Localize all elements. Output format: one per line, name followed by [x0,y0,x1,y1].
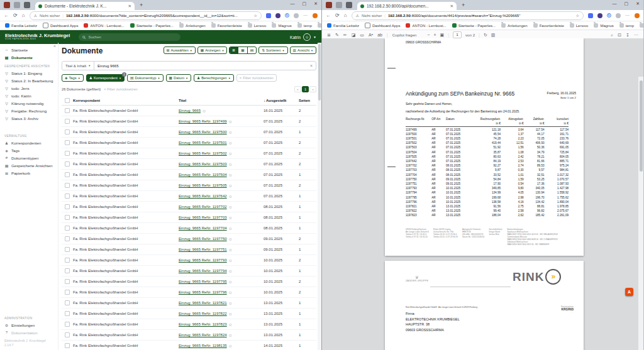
home-icon[interactable]: ⌂ [344,13,347,18]
preview-eye-icon[interactable]: ⊙ [229,248,232,252]
document-link[interactable]: Einzug: 9665 ReNr. 1197500 [179,130,227,134]
extension-icon[interactable] [588,13,593,18]
print-icon[interactable]: ⊡ [618,33,621,38]
document-link[interactable]: Einzug: 9665 ReNr. 1197824 [179,333,227,337]
pen-icon[interactable]: ✎ [335,33,339,38]
bookmark-item[interactable]: Magnus [272,23,291,28]
bookmark-item[interactable]: temp [619,23,634,28]
text-select-icon[interactable]: ab [377,33,382,37]
show-button[interactable]: ▦Anzeigen▼ [197,46,228,54]
window-minimize-button[interactable]: — [613,1,617,6]
reset-filter-button[interactable]: ×Filter zurücksetzen [236,74,277,82]
eraser-icon[interactable]: ◪ [352,33,356,38]
row-checkbox[interactable] [65,151,70,156]
row-checkbox[interactable] [65,161,70,167]
preview-eye-icon[interactable]: ⊙ [229,173,232,177]
bookmark-item[interactable]: Dashboard Apps [43,23,78,28]
document-link[interactable]: Einzug: 9665 ReNr. 1197795 [179,280,227,283]
row-checkbox[interactable] [65,300,70,305]
view-button[interactable]: ▥Ansicht▼ [290,46,316,54]
window-maximize-button[interactable]: ▢ [303,1,307,6]
sort-button[interactable]: ⇅Sortieren▼ [258,46,287,54]
window-close-button[interactable]: ✕ [636,1,640,6]
sidebar-manage-item[interactable]: ♟ Korrespondenten [0,139,58,146]
search-field-dropdown[interactable]: Titel & Inhalt▼ [62,62,94,70]
preview-eye-icon[interactable]: ⊙ [229,237,232,241]
tab-list-icon[interactable] [24,2,30,8]
bookmark-item[interactable]: ANTON - Lernkost... [406,23,446,28]
refresh-icon[interactable]: ⟳ [13,13,18,18]
doctype-filter-button[interactable]: ▤Dokumenttyp▼ [127,74,164,82]
bookmark-item[interactable]: Anleitungen [501,23,528,28]
document-link[interactable]: Einzug: 9665 ReNr. 1197793 [179,258,227,262]
browser-menu-icon[interactable] [4,2,10,8]
document-link[interactable]: Einzug: 9665 ReNr. 1197822 [179,312,227,315]
search-query-input[interactable]: Einzug 9665 [94,64,307,68]
extension-icon[interactable] [266,13,271,18]
row-checkbox[interactable] [65,119,70,124]
zoom-in-button[interactable]: + [433,33,436,37]
workspace-icon[interactable] [336,2,342,8]
row-checkbox[interactable] [65,268,70,273]
bookmark-item[interactable]: Startseite - Paperles... [452,23,496,28]
profile-avatar[interactable] [635,13,640,18]
document-link[interactable]: Einzug: 9665 ReNr. 1197704 [179,226,227,230]
read-aloud-icon[interactable]: Aᵃ [369,33,373,37]
tab-close-icon[interactable]: ✕ [450,4,453,9]
row-checkbox[interactable] [65,322,70,327]
thumbnails-icon[interactable]: ≣ [327,33,331,38]
scrollbar[interactable] [638,77,643,350]
preview-eye-icon[interactable]: ⊙ [229,333,232,337]
sidebar-item-einstellungen[interactable]: ⚙ Einstellungen [0,321,58,329]
permissions-filter-button[interactable]: ♟Berechtigungen▼ [194,74,234,82]
select-all-checkbox[interactable] [65,98,70,103]
fit-page-icon[interactable]: ▣ [440,33,445,38]
preview-eye-icon[interactable]: ⊙ [229,322,232,327]
header-titel[interactable]: Titel [179,99,264,102]
header-seiten[interactable]: Seiten [299,99,316,102]
sidebar-saved-view[interactable]: ▽ Status 1: Eingang [0,69,58,77]
document-link[interactable]: Einzug: 9665 ReNr. 1197504 [179,173,227,177]
scrollbar-thumb[interactable] [318,44,321,101]
bookmark-item[interactable]: Magnus [594,23,613,28]
favorite-star-icon[interactable]: ☆ [575,13,579,18]
scrollbar[interactable] [318,43,321,350]
sidebar-saved-view[interactable]: ▽ Status 3: Archiv [0,114,58,122]
sidebar-manage-item[interactable]: ⊠ Papierkorb [0,169,58,177]
correspondent-filter-button[interactable]: ♟Korrespondent▼1 [86,74,125,82]
global-search-input[interactable]: ⚲ Suchen [79,33,180,41]
copilot-button[interactable]: Copilot fragen [392,33,417,37]
bookmark-item[interactable]: Favoritenleiste [533,23,564,28]
preview-eye-icon[interactable]: ⊙ [229,290,232,295]
page-prev-button[interactable]: « [294,86,301,92]
date-filter-button[interactable]: ▦Datum▼ [166,74,192,82]
extension-icon[interactable] [294,13,299,18]
save-icon[interactable]: ↧ [626,33,630,38]
sidebar-saved-view[interactable]: ▽ todo: Jens [0,84,58,92]
tab-close-icon[interactable]: ✕ [128,4,131,9]
row-checkbox[interactable] [65,172,70,177]
document-link[interactable]: Einzug: 9665 ReNr. 1197501 [179,141,227,145]
row-checkbox[interactable] [65,194,70,199]
google-extension-icon[interactable]: G [607,13,611,18]
preview-eye-icon[interactable]: ⊙ [229,301,232,305]
document-link[interactable]: Einzug: 9665 ReNr. 1197823 [179,322,227,326]
row-checkbox[interactable] [65,290,70,295]
clear-search-icon[interactable]: × [307,63,316,68]
preview-eye-icon[interactable]: ⊙ [229,151,232,156]
bookmark-item[interactable]: Lenovo [570,23,589,28]
preview-eye-icon[interactable]: ⊙ [203,109,206,113]
sidebar-saved-view[interactable]: ▽ Status 2: In Bearbeitung [0,77,58,84]
row-checkbox[interactable] [65,215,70,220]
row-checkbox[interactable] [65,258,70,263]
window-maximize-button[interactable]: ▢ [625,1,629,6]
preview-eye-icon[interactable]: ⊙ [229,205,232,209]
preview-eye-icon[interactable]: ⊙ [229,162,232,167]
select-button[interactable]: ⊞Auswählen▼ [164,46,196,54]
document-link[interactable]: Einzug: 9665 ReNr. 1198135 [179,344,227,347]
document-link[interactable]: Einzug: 9665 ReNr. 1197502 [179,151,227,155]
bookmark-item[interactable]: Anleitungen [179,23,206,28]
sidebar-saved-view[interactable]: ▽ todo: Katrin [0,92,58,99]
document-link[interactable]: Einzug: 9665 ReNr. 1197794 [179,269,227,273]
sidebar-collapse-icon[interactable]: « [53,44,56,48]
